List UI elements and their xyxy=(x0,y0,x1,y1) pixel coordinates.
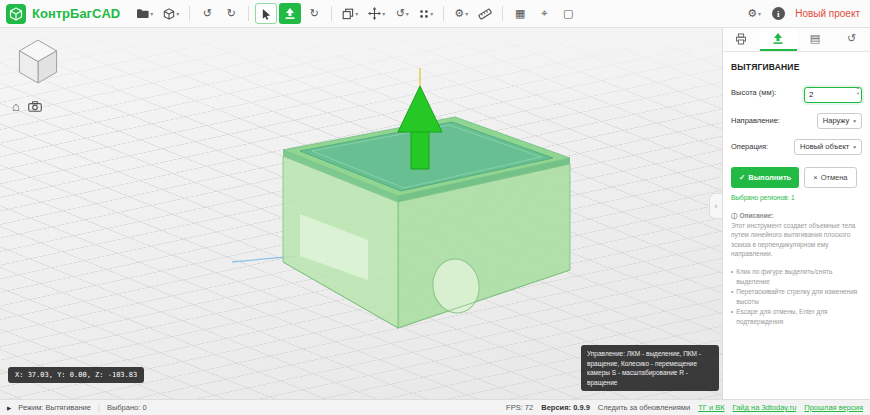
horizon-fade xyxy=(0,28,722,123)
grid-toggle-button[interactable]: ▦ xyxy=(509,3,531,24)
properties-panel: ▤ ↺ ВЫТЯГИВАНИЕ Высота (мм): ▴ ▾ Направл xyxy=(722,28,870,399)
chevron-down-icon: ▾ xyxy=(853,144,856,150)
tab-extrude[interactable] xyxy=(760,28,797,51)
extrude-tab-icon xyxy=(772,32,784,45)
height-stepper[interactable]: ▴ ▾ xyxy=(857,85,859,96)
move-icon xyxy=(368,7,381,20)
panel-body: ВЫТЯГИВАНИЕ Высота (мм): ▴ ▾ Направление… xyxy=(723,52,870,335)
chevron-down-icon: ▾ xyxy=(176,11,179,17)
history-icon: ↺ xyxy=(847,32,856,45)
chevron-down-icon: ▾ xyxy=(853,118,856,124)
target-icon: ⌖ xyxy=(541,7,547,20)
extrude-tool-button[interactable] xyxy=(279,3,301,24)
select-tool-button[interactable] xyxy=(255,3,277,24)
home-view-button[interactable]: ⌂ xyxy=(12,100,20,113)
chevron-right-icon: › xyxy=(715,201,718,211)
bullet-icon: • xyxy=(731,267,733,287)
frame-icon: ▢ xyxy=(563,7,573,20)
hint-line: Escape для отмены, Enter для подтвержден… xyxy=(736,307,862,327)
telegram-vk-link[interactable]: ТГ и ВК xyxy=(698,403,724,412)
height-label: Высота (мм): xyxy=(731,88,776,97)
primitive-cube-icon xyxy=(163,8,175,20)
toolbar-separator xyxy=(443,6,444,21)
cube-logo-icon xyxy=(9,7,23,21)
new-project-button[interactable]: Новый проект xyxy=(791,8,864,19)
chevron-down-icon: ▾ xyxy=(758,11,761,17)
folder-icon xyxy=(136,8,149,19)
height-input[interactable] xyxy=(804,87,862,103)
check-icon: ✓ xyxy=(739,173,745,182)
status-right: FPS: 72 Версия: 0.9.9 Следить за обновле… xyxy=(506,403,863,412)
previous-version-link[interactable]: Прошлая версия xyxy=(804,403,863,412)
viewport-3d[interactable]: ⌂ X: 37.03, Y: 0.00, Z: -103.83 Управлен… xyxy=(0,28,722,399)
extrude-icon xyxy=(284,7,296,20)
direction-label: Направление: xyxy=(731,116,780,125)
file-menu-button[interactable]: ▾ xyxy=(132,3,157,24)
controls-hint-tooltip: Управление: ЛКМ - выделение, ПКМ - враще… xyxy=(581,345,719,391)
cancel-button[interactable]: × Отмена xyxy=(804,167,856,188)
operation-select[interactable]: Новый объект ▾ xyxy=(794,139,862,155)
guide-link[interactable]: Гайд на 3dtoday.ru xyxy=(733,403,797,412)
status-bar: ▶ Режим: Вытягивание | Выбрано: 0 FPS: 7… xyxy=(0,399,870,415)
scene-3d[interactable] xyxy=(0,28,722,399)
view-cube[interactable] xyxy=(8,33,68,93)
undo-button[interactable]: ↺ xyxy=(196,3,218,24)
toolbar: КонтрБагCAD ▾ ▾ ↺ ↻ xyxy=(0,0,870,28)
app-logo xyxy=(6,4,26,24)
selected-status: Выбрано: 0 xyxy=(107,403,147,412)
app-title: КонтрБагCAD xyxy=(32,6,120,21)
grid-icon: ▦ xyxy=(515,7,525,20)
tool-hints: •Клик по фигуре выделить/снять выделение… xyxy=(731,267,862,327)
frame-toggle-button[interactable]: ▢ xyxy=(557,3,579,24)
home-icon: ⌂ xyxy=(12,100,20,113)
info-button[interactable]: i xyxy=(767,3,789,24)
operation-label: Операция: xyxy=(731,142,768,151)
panel-collapse-button[interactable]: › xyxy=(709,193,722,219)
fps-counter: FPS: 72 xyxy=(506,403,533,412)
primitives-menu-button[interactable]: ▾ xyxy=(159,3,183,24)
direction-select[interactable]: Наружу ▾ xyxy=(817,113,862,129)
hint-line: Перетаскивайте стрелку для изменения выс… xyxy=(736,287,862,307)
chevron-down-icon: ▾ xyxy=(430,11,433,17)
panel-tabs: ▤ ↺ xyxy=(723,28,870,52)
rotate-icon: ↺ xyxy=(396,7,405,20)
gear-icon: ⚙ xyxy=(454,7,464,20)
undo-icon: ↺ xyxy=(203,7,212,20)
toolbar-separator xyxy=(189,6,190,21)
app-window: КонтрБагCAD ▾ ▾ ↺ ↻ xyxy=(0,0,870,415)
spin-down-icon[interactable]: ▾ xyxy=(857,91,859,97)
version-label: Версия: 0.9.9 xyxy=(541,403,590,412)
ruler-icon xyxy=(478,8,492,20)
move-tool-button[interactable]: ▾ xyxy=(364,3,389,24)
copy-tool-button[interactable]: ▾ xyxy=(338,3,362,24)
execute-button[interactable]: ✓ Выполнить xyxy=(731,167,799,188)
info-circle-icon: ⓘ xyxy=(731,211,738,220)
redo-button[interactable]: ↻ xyxy=(220,3,242,24)
tool-description: ⓘ Описание: Этот инструмент создает объе… xyxy=(731,211,862,259)
camera-view-button[interactable] xyxy=(28,101,42,112)
hint-line: Клик по фигуре выделить/снять выделение xyxy=(736,267,862,287)
tool-settings-button[interactable]: ⚙ ▾ xyxy=(450,3,472,24)
measure-tool-button[interactable] xyxy=(474,3,496,24)
chevron-down-icon: ▾ xyxy=(406,11,409,17)
tab-history[interactable]: ↺ xyxy=(833,28,870,51)
app-settings-button[interactable]: ⚙ ▾ xyxy=(743,3,765,24)
direction-row: Направление: Наружу ▾ xyxy=(731,113,862,129)
tab-layers[interactable]: ▤ xyxy=(797,28,834,51)
bullet-icon: • xyxy=(731,307,733,327)
origin-toggle-button[interactable]: ⌖ xyxy=(533,3,555,24)
rotate-tool-button[interactable]: ↺ ▾ xyxy=(391,3,413,24)
redo-icon: ↻ xyxy=(227,7,236,20)
description-label: Описание: xyxy=(740,211,774,220)
printer-icon xyxy=(735,33,747,45)
chevron-down-icon: ▾ xyxy=(465,11,468,17)
cancel-label: Отмена xyxy=(821,173,848,182)
bullet-icon: • xyxy=(731,287,733,307)
orbit-tool-button[interactable]: ↻ xyxy=(303,3,325,24)
pattern-dots-icon xyxy=(419,9,429,19)
tab-print[interactable] xyxy=(723,28,760,51)
cursor-icon xyxy=(261,8,272,20)
follow-updates-label: Следить за обновлениями xyxy=(598,403,690,412)
pattern-tool-button[interactable]: ▾ xyxy=(415,3,437,24)
camera-icon xyxy=(28,101,42,112)
